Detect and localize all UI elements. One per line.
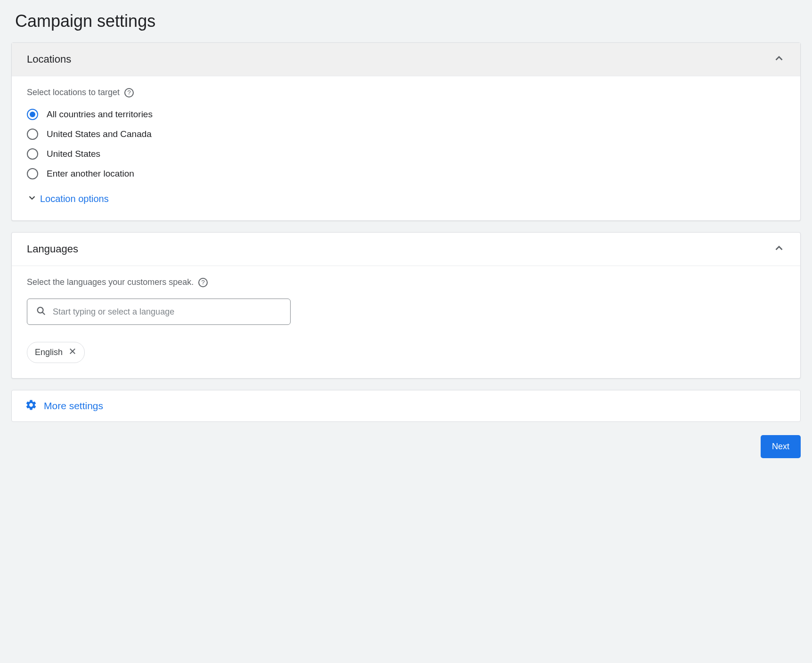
locations-card: Locations Select locations to target ? A… bbox=[11, 42, 801, 221]
footer: Next bbox=[11, 435, 801, 458]
more-settings-label: More settings bbox=[44, 400, 103, 412]
chevron-up-icon bbox=[773, 242, 785, 256]
chevron-up-icon bbox=[773, 52, 785, 66]
location-options-label: Location options bbox=[40, 194, 109, 204]
chevron-down-icon bbox=[27, 193, 37, 205]
languages-card-header[interactable]: Languages bbox=[12, 233, 800, 266]
svg-line-1 bbox=[42, 312, 45, 315]
languages-subtitle: Select the languages your customers spea… bbox=[27, 277, 785, 287]
close-icon[interactable] bbox=[68, 347, 77, 358]
locations-subtitle: Select locations to target ? bbox=[27, 88, 785, 97]
radio-label: All countries and territories bbox=[47, 109, 153, 120]
locations-card-body: Select locations to target ? All countri… bbox=[12, 76, 800, 220]
help-icon[interactable]: ? bbox=[124, 88, 134, 97]
location-options-toggle[interactable]: Location options bbox=[27, 193, 785, 205]
radio-unselected-icon bbox=[27, 129, 38, 140]
locations-card-header[interactable]: Locations bbox=[12, 43, 800, 76]
chip-label: English bbox=[35, 348, 63, 357]
language-search-box[interactable] bbox=[27, 299, 291, 325]
languages-card: Languages Select the languages your cust… bbox=[11, 232, 801, 379]
radio-selected-icon bbox=[27, 109, 38, 120]
locations-radio-group: All countries and territories United Sta… bbox=[27, 109, 785, 179]
radio-us-canada[interactable]: United States and Canada bbox=[27, 129, 785, 140]
svg-point-0 bbox=[38, 307, 43, 313]
page-title: Campaign settings bbox=[15, 11, 801, 31]
help-icon[interactable]: ? bbox=[198, 278, 208, 287]
radio-unselected-icon bbox=[27, 148, 38, 160]
radio-label: Enter another location bbox=[47, 169, 134, 179]
gear-icon bbox=[25, 399, 37, 413]
radio-label: United States bbox=[47, 149, 100, 159]
radio-enter-another[interactable]: Enter another location bbox=[27, 168, 785, 179]
languages-card-body: Select the languages your customers spea… bbox=[12, 266, 800, 378]
radio-us[interactable]: United States bbox=[27, 148, 785, 160]
language-search-input[interactable] bbox=[53, 307, 282, 317]
radio-label: United States and Canada bbox=[47, 129, 152, 139]
radio-unselected-icon bbox=[27, 168, 38, 179]
more-settings-button[interactable]: More settings bbox=[11, 390, 801, 422]
next-button[interactable]: Next bbox=[761, 435, 801, 458]
search-icon bbox=[36, 306, 46, 318]
languages-card-title: Languages bbox=[27, 243, 78, 255]
radio-all-countries[interactable]: All countries and territories bbox=[27, 109, 785, 120]
language-chip-english: English bbox=[27, 342, 85, 363]
locations-card-title: Locations bbox=[27, 53, 71, 65]
languages-subtitle-text: Select the languages your customers spea… bbox=[27, 277, 194, 287]
locations-subtitle-text: Select locations to target bbox=[27, 88, 120, 97]
